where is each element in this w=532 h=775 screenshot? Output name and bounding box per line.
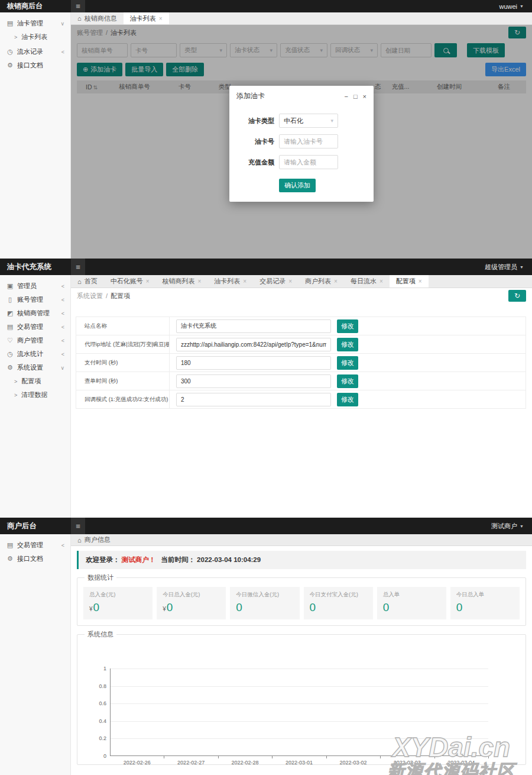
sidebar-item-oilcard-mgmt[interactable]: ▤ 油卡管理 ∨ <box>0 17 70 30</box>
s2-topbar: 油卡代充系统 ≡ 超级管理员 ▼ <box>0 259 532 275</box>
maximize-icon[interactable]: □ <box>353 93 358 100</box>
sidebar-item-system-settings[interactable]: ⚙ 系统设置 ∨ <box>0 361 70 374</box>
callback-mode-input[interactable] <box>176 393 331 406</box>
tab-daily-flow[interactable]: 每日流水 × <box>344 275 390 288</box>
tab-oilcard-list[interactable]: 油卡列表 × <box>124 12 169 24</box>
stat-card-today-wechat: 今日微信入金(元) 0 <box>230 587 299 619</box>
sidebar-item-oilcard-list[interactable]: > 油卡列表 <box>0 30 70 44</box>
welcome-banner: 欢迎登录： 测试商户！ 当前时间： 2022-03-04 10:04:29 <box>77 551 526 569</box>
tab-home[interactable]: ⌂ 首页 <box>71 275 104 288</box>
s3-app-title: 商户后台 <box>0 521 71 531</box>
tab-trade-records[interactable]: 交易记录 × <box>253 275 299 288</box>
stat-card-total-in: 总入金(元) ¥0 <box>83 587 153 619</box>
sidebar-item-trade-mgmt[interactable]: ▤ 交易管理 < <box>0 538 70 552</box>
modal-title: 添加油卡 <box>236 91 265 101</box>
config-row-query-timeout: 查单时间 (秒) 修改 <box>76 372 525 390</box>
s3-username: 测试商户 <box>491 522 517 531</box>
recharge-amount-label: 充值金额 <box>238 158 274 167</box>
database-icon: ▤ <box>6 323 14 331</box>
chevron-left-icon: < <box>61 338 64 344</box>
x-tick-label: 2022-03-01 <box>272 760 326 766</box>
tab-sinopec-accounts[interactable]: 中石化账号 × <box>104 275 156 288</box>
s1-content: 账号管理 / 油卡列表 ↻ 类型 ▾ 油卡状态 <box>71 25 532 259</box>
close-icon[interactable]: × <box>419 278 422 285</box>
tab-verifier-info[interactable]: ⌂ 核销商信息 <box>71 12 124 24</box>
x-tick-label: 2022-03-04 <box>434 760 488 766</box>
chevron-right-icon: > <box>14 34 17 40</box>
close-icon[interactable]: × <box>159 15 163 22</box>
sidebar-item-verifier-mgmt[interactable]: ◩ 核销商管理 < <box>0 306 70 320</box>
hamburger-menu-button[interactable]: ≡ <box>71 518 85 534</box>
caret-down-icon: ▼ <box>520 524 524 528</box>
config-row-site-name: 站点名称 修改 <box>76 317 525 335</box>
modify-button[interactable]: 修改 <box>337 319 358 333</box>
recharge-amount-input[interactable] <box>279 155 338 169</box>
sidebar-item-trade-mgmt[interactable]: ▤ 交易管理 < <box>0 320 70 334</box>
query-timeout-input[interactable] <box>176 374 331 388</box>
tab-merchant-list[interactable]: 商户列表 × <box>299 275 344 288</box>
modify-button[interactable]: 修改 <box>337 356 358 370</box>
sidebar-item-admin[interactable]: ▣ 管理员 < <box>0 279 70 293</box>
minimize-icon[interactable]: − <box>344 93 348 100</box>
config-label: 支付时间 (秒) <box>76 354 170 372</box>
s1-topbar: 核销商后台 ≡ wuwei ▼ <box>0 0 532 12</box>
pay-timeout-input[interactable] <box>176 356 331 370</box>
tab-oilcard-list[interactable]: 油卡列表 × <box>207 275 253 288</box>
x-axis <box>110 755 488 756</box>
config-label: 代理ip地址 (芝麻|流冠|万变|豌豆|极光) <box>76 335 170 353</box>
site-name-input[interactable] <box>176 319 331 333</box>
modify-button[interactable]: 修改 <box>337 393 358 406</box>
system-info-fieldset: 系统信息 1 0.8 0.6 0.4 0.2 0 <box>77 630 526 765</box>
config-table: 站点名称 修改 代理ip地址 (芝麻|流冠|万变|豌豆|极光) 修改 支付时间 … <box>76 317 526 409</box>
sidebar-item-api-docs[interactable]: ⚙ 接口文档 <box>0 552 70 566</box>
clock-icon: ◷ <box>6 350 14 358</box>
sidebar-item-config[interactable]: > 配置项 <box>0 374 70 388</box>
refresh-icon: ↻ <box>514 292 520 300</box>
close-icon[interactable]: × <box>379 278 383 285</box>
close-icon[interactable]: × <box>363 93 366 100</box>
person-icon: ◩ <box>6 309 14 317</box>
tab-merchant-info[interactable]: ⌂ 商户信息 <box>71 534 117 545</box>
hamburger-menu-button[interactable]: ≡ <box>71 259 85 275</box>
proxy-ip-input[interactable] <box>176 338 331 351</box>
gear-icon: ⚙ <box>6 555 14 563</box>
add-oilcard-modal: 添加油卡 − □ × 油卡类型 中石化 <box>229 86 374 202</box>
chevron-left-icon: < <box>61 311 64 317</box>
modify-button[interactable]: 修改 <box>337 374 358 388</box>
current-time: 2022-03-04 10:04:29 <box>197 556 261 563</box>
tab-config[interactable]: 配置项 × <box>390 275 429 288</box>
stat-card-today-orders: 今日总入单 0 <box>450 587 520 619</box>
config-label: 回调模式 (1:充值成功/2:支付成功) <box>76 390 170 408</box>
tab-verifier-list[interactable]: 核销商列表 × <box>156 275 208 288</box>
stat-card-total-orders: 总入单 0 <box>377 587 446 619</box>
sidebar-item-clean-data[interactable]: > 清理数据 <box>0 388 70 402</box>
x-axis-labels: 2022-02-26 2022-02-27 2022-02-28 2022-03… <box>110 760 488 766</box>
sidebar-item-flow-records[interactable]: ◷ 流水记录 < <box>0 45 70 59</box>
caret-down-icon: ▼ <box>520 265 524 269</box>
oilcard-type-select[interactable]: 中石化 ▾ <box>279 114 338 128</box>
stat-card-today-in: 今日总入金(元) ¥0 <box>157 587 226 619</box>
close-icon[interactable]: × <box>243 278 246 285</box>
s1-user-menu[interactable]: wuwei ▼ <box>499 3 532 10</box>
y-tick-label: 0.6 <box>90 700 106 706</box>
sidebar-item-account-mgmt[interactable]: ▯ 账号管理 < <box>0 293 70 306</box>
oilcard-no-input[interactable] <box>279 134 338 148</box>
sidebar-item-flow-stats[interactable]: ◷ 流水统计 < <box>0 347 70 361</box>
refresh-button[interactable]: ↻ <box>508 290 526 302</box>
s2-breadcrumb: 系统设置 / 配置项 ↻ <box>71 288 532 303</box>
s1-sidebar: ▤ 油卡管理 ∨ > 油卡列表 ◷ 流水记录 < ⚙ 接口文档 <box>0 12 71 259</box>
close-icon[interactable]: × <box>334 278 338 285</box>
merchant-name: 测试商户！ <box>122 556 156 563</box>
close-icon[interactable]: × <box>198 278 202 285</box>
y-axis <box>110 669 111 756</box>
hamburger-menu-button[interactable]: ≡ <box>71 0 85 12</box>
close-icon[interactable]: × <box>288 278 292 285</box>
sidebar-item-api-docs[interactable]: ⚙ 接口文档 <box>0 59 70 72</box>
s2-user-menu[interactable]: 超级管理员 ▼ <box>485 263 532 272</box>
sidebar-item-merchant-mgmt[interactable]: ♡ 商户管理 < <box>0 334 70 347</box>
modify-button[interactable]: 修改 <box>337 338 358 351</box>
confirm-add-button[interactable]: 确认添加 <box>279 179 316 192</box>
s3-user-menu[interactable]: 测试商户 ▼ <box>491 522 532 531</box>
close-icon[interactable]: × <box>146 278 150 285</box>
config-row-pay-timeout: 支付时间 (秒) 修改 <box>76 354 525 372</box>
